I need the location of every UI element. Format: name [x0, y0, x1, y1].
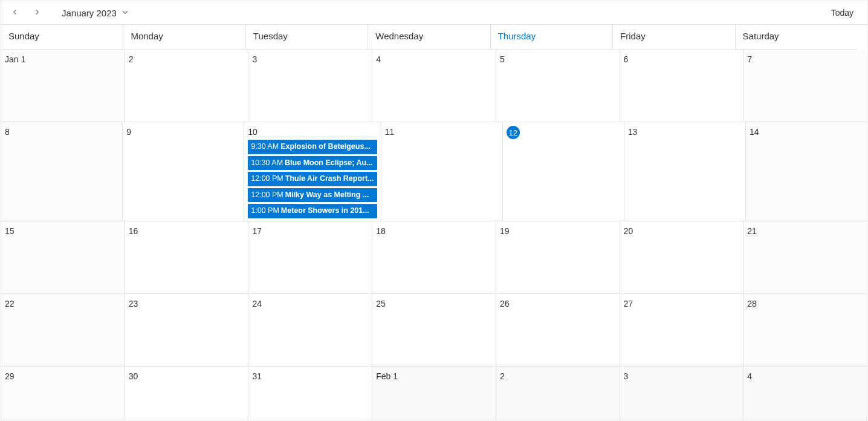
day-cell[interactable]: 28 — [743, 294, 867, 366]
calendar-toolbar: January 2023 Today — [1, 1, 867, 25]
day-header-row: SundayMondayTuesdayWednesdayThursdayFrid… — [1, 25, 857, 50]
day-number: 23 — [129, 298, 138, 310]
day-number: 6 — [624, 53, 629, 65]
day-cell[interactable]: 3 — [620, 367, 744, 420]
day-cell[interactable]: 2 — [125, 50, 249, 122]
day-cell[interactable]: Jan 1 — [1, 50, 125, 122]
day-number: 4 — [376, 53, 381, 65]
day-cell[interactable]: 3 — [248, 50, 372, 122]
day-header-monday: Monday — [123, 25, 245, 49]
day-number: 9 — [126, 126, 131, 138]
day-cell[interactable]: 21 — [743, 221, 867, 293]
event-title: Milky Way as Melting ... — [285, 191, 369, 199]
day-cell[interactable]: 4 — [743, 367, 867, 420]
calendar-event[interactable]: 12:00 PMThule Air Crash Report... — [248, 172, 377, 186]
day-number: 14 — [750, 126, 759, 138]
day-cell[interactable]: 17 — [248, 221, 372, 293]
day-number: 26 — [500, 298, 510, 310]
day-number: 31 — [252, 370, 262, 382]
chevron-down-icon — [121, 8, 129, 18]
day-number: 30 — [129, 370, 138, 382]
day-cell[interactable]: 109:30 AMExplosion of Betelgeus...10:30 … — [244, 122, 381, 221]
chevron-right-icon — [33, 8, 40, 18]
calendar-event[interactable]: 1:00 PMMeteor Showers in 201... — [248, 204, 377, 218]
day-cell[interactable]: 8 — [1, 122, 123, 221]
day-number: 13 — [628, 126, 638, 138]
day-number: 24 — [252, 298, 262, 310]
day-number: Feb 1 — [376, 370, 398, 382]
day-number: 3 — [624, 370, 629, 382]
calendar-grid[interactable]: Jan 123456789109:30 AMExplosion of Betel… — [1, 50, 867, 420]
event-title: Explosion of Betelgeus... — [280, 142, 371, 151]
day-cell[interactable]: 16 — [125, 221, 249, 293]
day-cell[interactable]: 12 — [503, 122, 624, 221]
day-number: 2 — [129, 53, 134, 65]
event-time: 12:00 PM — [251, 191, 283, 199]
day-number: 3 — [252, 53, 257, 65]
day-cell[interactable]: 24 — [248, 294, 372, 366]
day-cell[interactable]: 2 — [496, 367, 620, 420]
day-cell[interactable]: 18 — [372, 221, 496, 293]
day-header-saturday: Saturday — [736, 25, 857, 49]
day-header-friday: Friday — [613, 25, 735, 49]
month-label: January 2023 — [62, 8, 117, 18]
day-cell[interactable]: 23 — [125, 294, 249, 366]
calendar-event[interactable]: 10:30 AMBlue Moon Eclipse; Au... — [248, 156, 377, 171]
day-number: 5 — [500, 53, 505, 65]
today-button[interactable]: Today — [823, 4, 862, 21]
month-selector[interactable]: January 2023 — [57, 5, 134, 21]
day-cell[interactable]: 20 — [620, 221, 744, 293]
day-cell[interactable]: 29 — [1, 367, 125, 420]
day-cell[interactable]: 30 — [125, 367, 249, 420]
event-time: 10:30 AM — [251, 158, 283, 167]
day-cell[interactable]: 25 — [372, 294, 496, 366]
week-row: Jan 1234567 — [1, 50, 867, 122]
chevron-left-icon — [11, 8, 19, 18]
calendar-event[interactable]: 12:00 PMMilky Way as Melting ... — [248, 188, 377, 203]
day-cell[interactable]: 31 — [248, 367, 372, 420]
day-header-tuesday: Tuesday — [246, 25, 368, 49]
day-number: 25 — [376, 298, 386, 310]
day-number: Jan 1 — [5, 53, 25, 65]
day-cell[interactable]: 5 — [496, 50, 620, 122]
day-number: 2 — [500, 370, 505, 382]
day-cell[interactable]: 6 — [620, 50, 744, 122]
event-time: 1:00 PM — [251, 206, 279, 215]
day-cell[interactable]: 11 — [381, 122, 503, 221]
calendar-event[interactable]: 9:30 AMExplosion of Betelgeus... — [248, 140, 377, 154]
day-number: 21 — [747, 225, 757, 237]
day-number: 4 — [747, 370, 752, 382]
week-row: 89109:30 AMExplosion of Betelgeus...10:3… — [1, 122, 867, 221]
day-cell[interactable]: 27 — [620, 294, 744, 366]
day-header-wednesday: Wednesday — [368, 25, 490, 49]
day-number: 7 — [747, 53, 752, 65]
event-title: Meteor Showers in 201... — [281, 206, 369, 215]
day-cell[interactable]: 9 — [123, 122, 244, 221]
day-cell[interactable]: 14 — [746, 122, 867, 221]
day-cell[interactable]: 22 — [1, 294, 125, 366]
day-number: 16 — [129, 225, 138, 237]
day-number: 18 — [376, 225, 386, 237]
day-number: 8 — [5, 126, 10, 138]
day-number: 22 — [5, 298, 15, 310]
day-number: 27 — [624, 298, 633, 310]
day-number: 15 — [5, 225, 15, 237]
prev-month-button[interactable] — [6, 4, 24, 22]
day-number: 17 — [252, 225, 262, 237]
day-header-sunday: Sunday — [1, 25, 123, 49]
day-number: 19 — [500, 225, 510, 237]
week-row: 22232425262728 — [1, 294, 867, 367]
event-title: Thule Air Crash Report... — [285, 174, 374, 183]
next-month-button[interactable] — [28, 4, 46, 22]
day-cell[interactable]: 26 — [496, 294, 620, 366]
day-cell[interactable]: 19 — [496, 221, 620, 293]
day-header-thursday: Thursday — [491, 25, 613, 49]
day-cell[interactable]: Feb 1 — [372, 367, 496, 420]
day-cell[interactable]: 7 — [743, 50, 867, 122]
day-number: 29 — [5, 370, 15, 382]
day-cell[interactable]: 13 — [624, 122, 746, 221]
week-row: 293031Feb 1234 — [1, 367, 867, 420]
day-cell[interactable]: 15 — [1, 221, 125, 293]
day-cell[interactable]: 4 — [372, 50, 496, 122]
event-time: 9:30 AM — [251, 142, 279, 151]
